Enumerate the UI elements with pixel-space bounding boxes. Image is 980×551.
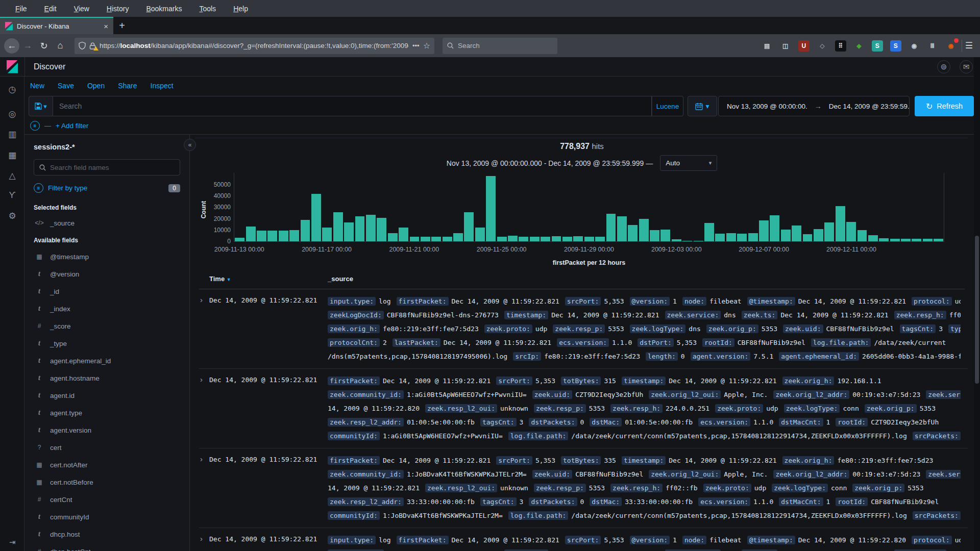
rail-item-visualize[interactable]: ▥ bbox=[0, 127, 24, 142]
source-field-name[interactable]: protocol: bbox=[912, 536, 951, 544]
menubar-item-help[interactable]: Help bbox=[233, 5, 248, 13]
histogram-bar[interactable] bbox=[672, 239, 681, 241]
url-bar[interactable]: https://localhost/kibana/app/kibana#/dis… bbox=[75, 38, 434, 54]
histogram-bar[interactable] bbox=[443, 237, 452, 241]
source-field-name[interactable]: dstPackets: bbox=[529, 418, 577, 427]
source-field-name[interactable]: firstPacket: bbox=[328, 456, 380, 465]
account-icon[interactable]: ◉ bbox=[909, 40, 920, 52]
source-field-name[interactable]: zeek.logType: bbox=[784, 404, 840, 413]
date-picker-button[interactable]: ▾ bbox=[688, 96, 717, 116]
menubar-item-history[interactable]: History bbox=[107, 5, 129, 13]
source-field-name[interactable]: zeek.orig_p: bbox=[865, 404, 917, 413]
kibana-logo[interactable] bbox=[7, 60, 18, 73]
source-field-name[interactable]: zeek.service: bbox=[926, 390, 961, 399]
home-button[interactable]: ⌂ bbox=[52, 38, 68, 54]
histogram-bar[interactable] bbox=[857, 230, 867, 241]
source-field-name[interactable]: node: bbox=[682, 536, 706, 544]
source-field-name[interactable]: communityId: bbox=[328, 511, 380, 520]
field-item-cert[interactable]: ?cert bbox=[34, 439, 180, 456]
field-item-agent.hostname[interactable]: tagent.hostname bbox=[34, 369, 180, 387]
source-field-name[interactable]: dstPackets: bbox=[529, 497, 577, 506]
source-field-name[interactable]: zeek.orig_l2_oui: bbox=[649, 390, 721, 399]
source-field-name[interactable]: zeek.resp_p: bbox=[534, 404, 586, 413]
keepass-icon[interactable]: Ⅲ bbox=[927, 40, 938, 52]
new-tab-button[interactable]: + bbox=[113, 17, 131, 34]
ublock-icon[interactable]: U bbox=[798, 40, 810, 52]
histogram-bar[interactable] bbox=[879, 238, 889, 241]
rail-item-discover[interactable]: ◎ bbox=[0, 106, 24, 121]
container-extension-icon[interactable]: ⠿ bbox=[835, 40, 846, 52]
source-field-name[interactable]: srcPort: bbox=[496, 456, 532, 465]
page-scrollbar[interactable] bbox=[974, 57, 980, 551]
histogram-bar[interactable] bbox=[781, 230, 791, 241]
field-search-input[interactable]: Search field names bbox=[34, 159, 180, 176]
source-field-name[interactable]: firstPacket: bbox=[328, 377, 380, 385]
source-field-name[interactable]: srcPort: bbox=[565, 536, 601, 544]
field-item-agent.ephemeral_id[interactable]: tagent.ephemeral_id bbox=[34, 352, 180, 369]
source-field-name[interactable]: zeek.orig_h: bbox=[328, 324, 380, 333]
source-field-name[interactable]: zeek.service: bbox=[926, 470, 961, 479]
bookmark-star-icon[interactable]: ☆ bbox=[423, 41, 430, 51]
histogram-bar[interactable] bbox=[660, 230, 670, 241]
source-field-name[interactable]: zeek.orig_l2_addr: bbox=[773, 470, 849, 479]
source-field-name[interactable]: zeek.orig_p: bbox=[852, 484, 904, 492]
source-field-name[interactable]: ecs.version: bbox=[698, 418, 750, 427]
time-column-header[interactable]: Time ▼ bbox=[209, 275, 231, 283]
menu-link-open[interactable]: Open bbox=[87, 82, 105, 90]
histogram-bar[interactable] bbox=[748, 233, 758, 241]
time-from[interactable]: Nov 13, 2009 @ 00:00:00. bbox=[727, 103, 807, 110]
source-field-name[interactable]: dstMac: bbox=[590, 497, 622, 506]
sidebar-icon[interactable]: ◫ bbox=[780, 40, 791, 52]
source-field-name[interactable]: dstMac: bbox=[590, 418, 622, 427]
histogram-bar[interactable] bbox=[606, 214, 616, 241]
source-field-name[interactable]: protocolCnt: bbox=[328, 338, 380, 347]
histogram-bar[interactable] bbox=[814, 229, 823, 241]
source-field-name[interactable]: totBytes: bbox=[561, 377, 601, 385]
histogram-bar[interactable] bbox=[650, 230, 659, 241]
source-field-name[interactable]: zeek.resp_p: bbox=[534, 484, 586, 492]
histogram-bar[interactable] bbox=[366, 215, 376, 241]
source-field-name[interactable]: dstMacCnt: bbox=[779, 497, 823, 506]
histogram-bar[interactable] bbox=[289, 230, 299, 241]
source-field-name[interactable]: firstPacket: bbox=[397, 536, 449, 544]
saved-query-button[interactable]: ▾ bbox=[29, 96, 53, 116]
expand-row-icon[interactable]: › bbox=[200, 534, 203, 543]
field-item-_id[interactable]: t_id bbox=[34, 283, 180, 300]
histogram-bar[interactable] bbox=[464, 212, 474, 241]
histogram-bar[interactable] bbox=[301, 220, 310, 241]
source-field-name[interactable]: protocol: bbox=[912, 297, 951, 306]
field-item-dhcp.hostCnt[interactable]: #dhcp.hostCnt bbox=[34, 543, 180, 551]
page-actions-icon[interactable]: ••• bbox=[412, 42, 420, 49]
source-field-name[interactable]: input.type: bbox=[328, 536, 376, 544]
histogram-bar[interactable] bbox=[410, 237, 420, 241]
rail-item-uptime[interactable]: ϒ bbox=[0, 188, 24, 203]
source-field-name[interactable]: ecs.version: bbox=[698, 497, 750, 506]
source-field-name[interactable]: timestamp: bbox=[504, 311, 548, 319]
histogram-bar[interactable] bbox=[694, 241, 703, 241]
mail-icon[interactable]: ✉ bbox=[960, 60, 973, 73]
histogram-bar[interactable] bbox=[573, 236, 583, 241]
source-field-name[interactable]: zeek.uid: bbox=[532, 390, 572, 399]
histogram-bar[interactable] bbox=[584, 237, 594, 241]
rail-item-dashboard[interactable]: ▦ bbox=[0, 147, 24, 163]
histogram-bar[interactable] bbox=[562, 237, 572, 241]
histogram-bar[interactable] bbox=[628, 225, 638, 241]
source-field-name[interactable]: type: bbox=[948, 324, 961, 333]
histogram-bar[interactable] bbox=[792, 226, 801, 241]
histogram-bar[interactable] bbox=[486, 176, 496, 241]
histogram-bar[interactable] bbox=[421, 237, 430, 241]
source-field-name[interactable]: srcPort: bbox=[496, 377, 532, 385]
source-field-name[interactable]: zeek.orig_l2_oui: bbox=[649, 470, 721, 479]
browser-search-field[interactable]: Search bbox=[443, 38, 557, 54]
query-input[interactable]: Search bbox=[53, 96, 652, 116]
histogram-bar[interactable] bbox=[333, 212, 343, 241]
alert-extension-icon[interactable]: ◉ bbox=[945, 40, 957, 52]
source-field-name[interactable]: zeekLogDocId: bbox=[328, 311, 384, 319]
histogram-bar[interactable] bbox=[682, 241, 692, 241]
add-filter-button[interactable]: + Add filter bbox=[56, 122, 88, 130]
histogram-bar[interactable] bbox=[901, 239, 911, 241]
source-field-name[interactable]: communityId: bbox=[328, 432, 380, 440]
histogram-bar[interactable] bbox=[497, 237, 507, 241]
library-icon[interactable]: ▤ bbox=[762, 40, 773, 52]
histogram-bar[interactable] bbox=[431, 237, 441, 241]
